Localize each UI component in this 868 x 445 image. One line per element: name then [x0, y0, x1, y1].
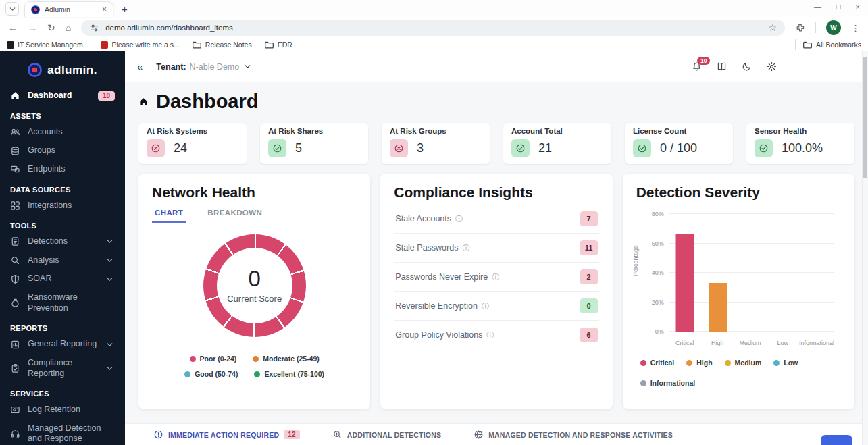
scrollbar-thumb[interactable] — [863, 57, 867, 178]
compliance-row-stale-passwords[interactable]: Stale Passwordsⓘ11 — [394, 234, 598, 263]
bookmark-release-notes[interactable]: Release Notes — [192, 40, 252, 50]
headset-icon — [10, 429, 20, 439]
site-settings-icon[interactable] — [89, 23, 99, 33]
bottom-tab-immediate-action-required[interactable]: IMMEDIATE ACTION REQUIRED12 — [153, 429, 300, 440]
sidebar-item-groups[interactable]: Groups — [0, 141, 125, 160]
url-field[interactable]: demo.adlumin.com/dashboard_items ☆ — [81, 20, 785, 36]
sidebar-section-services: SERVICES — [0, 383, 125, 400]
app-window: adlumin. Dashboard10ASSETSAccountsGroups… — [0, 51, 868, 445]
stat-label: At Risk Systems — [147, 127, 238, 135]
stat-label: At Risk Groups — [390, 127, 482, 135]
tab-breakdown[interactable]: BREAKDOWN — [205, 209, 265, 223]
stat-body: 21 — [511, 139, 603, 157]
y-axis-label: Percentage — [632, 244, 639, 276]
bookmark-please-write-me-a-s[interactable]: Please write me a s... — [101, 41, 179, 49]
notifications-button[interactable]: 10 — [692, 61, 702, 72]
compliance-row-passwords-never-expire[interactable]: Passwords Never Expireⓘ2 — [394, 263, 598, 292]
devices-icon — [10, 164, 20, 174]
sidebar-item-integrations[interactable]: Integrations — [0, 197, 125, 215]
legend-item-medium: Medium — [725, 359, 762, 367]
sidebar-collapse-icon[interactable]: « — [137, 61, 143, 72]
layers-icon — [10, 146, 20, 156]
legend-item-good-50-74: Good (50-74) — [184, 370, 238, 378]
legend-dot-icon — [253, 356, 259, 362]
sidebar-item-analysis[interactable]: Analysis — [0, 251, 125, 270]
folder-icon — [192, 40, 202, 50]
stat-value: 100.0% — [782, 141, 823, 155]
x-tick-label: Informational — [799, 340, 834, 346]
adlumin-logo-text: adlumin. — [47, 63, 97, 77]
compliance-list: Stale Accountsⓘ7Stale Passwordsⓘ11Passwo… — [394, 205, 598, 349]
back-icon[interactable]: ← — [8, 22, 18, 33]
stat-label: Sensor Health — [755, 127, 846, 135]
compliance-row-reversible-encryption[interactable]: Reversible Encryptionⓘ0 — [394, 292, 598, 321]
window-maximize-button[interactable]: □ — [836, 3, 841, 11]
site-red-icon — [101, 41, 108, 49]
x-tick-label: Medium — [734, 340, 766, 346]
sidebar-item-endpoints[interactable]: Endpoints — [0, 160, 125, 179]
bookmark-edr[interactable]: EDR — [264, 40, 292, 50]
stat-card-at-risk-shares: At Risk Shares5 — [260, 123, 368, 164]
sidebar-section-data-sources: DATA SOURCES — [0, 179, 125, 197]
sidebar-item-log-retention[interactable]: Log Retention — [0, 400, 125, 419]
y-tick-label: 80% — [652, 211, 664, 217]
bookmark-it-service-managem[interactable]: IT Service Managem... — [7, 41, 88, 49]
forward-icon[interactable]: → — [28, 22, 37, 33]
chev-down-icon — [105, 363, 115, 373]
info-icon: ⓘ — [455, 214, 463, 224]
compliance-row-stale-accounts[interactable]: Stale Accountsⓘ7 — [394, 205, 598, 234]
circle-check-icon — [755, 139, 773, 157]
tab-search-button[interactable] — [5, 2, 19, 16]
disk-icon — [10, 404, 20, 415]
settings-gear-icon[interactable] — [767, 61, 777, 72]
sidebar-item-general-reporting[interactable]: General Reporting — [0, 335, 125, 354]
dashboard-content: Dashboard At Risk Systems24At Risk Share… — [125, 82, 868, 424]
window-close-button[interactable]: × — [856, 3, 860, 11]
browser-address-bar: ← → ↻ ⌂ demo.adlumin.com/dashboard_items… — [0, 17, 868, 38]
legend-dot-icon — [686, 360, 692, 366]
page-scrollbar[interactable] — [862, 51, 868, 445]
sidebar-item-label: Groups — [28, 145, 115, 156]
browser-tab[interactable]: Adlumin × — [24, 1, 113, 17]
x-tick-label: Low — [767, 340, 799, 346]
sidebar-item-label: Dashboard — [28, 90, 91, 101]
sidebar-item-managed-detection-and-response[interactable]: Managed Detection and Response — [0, 419, 125, 445]
reload-icon[interactable]: ↻ — [47, 22, 55, 33]
y-tick-label: 20% — [652, 299, 664, 306]
info-icon: ⓘ — [482, 301, 489, 311]
dark-mode-moon-icon[interactable] — [742, 61, 752, 72]
adlumin-logo-icon — [28, 63, 42, 77]
sidebar-section-assets: ASSETS — [0, 105, 125, 123]
bookmark-star-icon[interactable]: ☆ — [768, 22, 777, 33]
browser-menu-icon[interactable]: ⋮ — [851, 23, 860, 33]
sidebar-item-accounts[interactable]: Accounts — [0, 123, 125, 142]
network-health-legend: Poor (0-24)Moderate (25-49)Good (50-74)E… — [152, 355, 357, 378]
tab-close-icon[interactable]: × — [102, 5, 107, 14]
all-bookmarks-button[interactable]: All Bookmarks — [802, 40, 861, 50]
new-tab-button[interactable]: + — [122, 3, 128, 15]
bottom-tab-additional-detections[interactable]: ADDITIONAL DETECTIONS — [332, 429, 441, 440]
sidebar-item-ransomware-prevention[interactable]: Ransomware Prevention — [0, 288, 125, 317]
detection-severity-legend: CriticalHighMediumLowInformational — [636, 359, 841, 387]
home-icon[interactable]: ⌂ — [66, 22, 71, 33]
sidebar-item-dashboard[interactable]: Dashboard10 — [0, 86, 125, 105]
profile-avatar[interactable]: W — [826, 20, 841, 35]
bottom-tab-label: IMMEDIATE ACTION REQUIRED — [168, 431, 279, 439]
bookmark-label: IT Service Managem... — [18, 41, 88, 49]
compliance-row-group-policy-violations[interactable]: Group Policy Violationsⓘ6 — [394, 321, 598, 349]
adlumin-logo[interactable]: adlumin. — [0, 57, 125, 86]
extensions-icon[interactable] — [795, 23, 805, 33]
tenant-selector[interactable]: Tenant: N-able Demo — [156, 61, 253, 72]
sidebar-section-reports: REPORTS — [0, 317, 125, 335]
network-health-title: Network Health — [152, 184, 357, 201]
docs-book-icon[interactable] — [717, 61, 727, 72]
folder-icon — [802, 40, 813, 50]
sidebar-item-compliance-reporting[interactable]: Compliance Reporting — [0, 354, 125, 383]
chat-fab-button[interactable] — [821, 435, 852, 445]
chev-down-icon — [105, 340, 115, 350]
tab-chart[interactable]: CHART — [152, 209, 186, 223]
sidebar-item-soar[interactable]: SOAR — [0, 269, 125, 288]
window-minimize-button[interactable]: — — [814, 3, 821, 11]
sidebar-item-detections[interactable]: Detections — [0, 232, 125, 251]
bottom-tab-managed-detection-and-response-activities[interactable]: MANAGED DETECTION AND RESPONSE ACTIVITIE… — [474, 429, 673, 440]
